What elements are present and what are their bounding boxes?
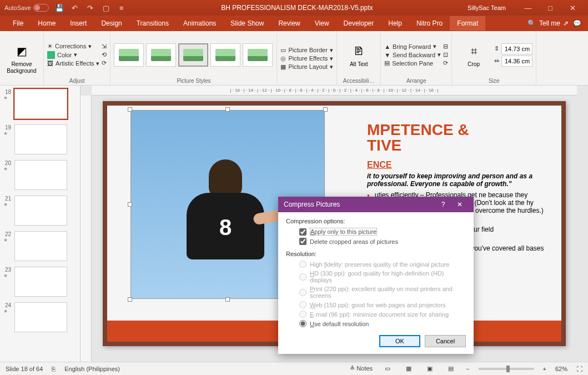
picture-styles-label: Picture Styles: [114, 77, 273, 84]
resolution-label: Resolution:: [286, 251, 466, 257]
send-backward-button[interactable]: ▼Send Backward▾: [384, 51, 441, 58]
slide-thumb-18[interactable]: [14, 89, 67, 119]
apply-only-label: Apply only to this picture: [310, 228, 377, 236]
slide-thumb-21[interactable]: [14, 196, 67, 226]
selection-pane-button[interactable]: ▤Selection Pane: [384, 59, 441, 67]
picture-style-3[interactable]: [178, 43, 208, 67]
picture-layout-button[interactable]: ▦Picture Layout▾: [280, 63, 333, 71]
corrections-button[interactable]: ☀Corrections▾: [47, 43, 99, 50]
border-icon: ▭: [280, 47, 286, 54]
tab-view[interactable]: View: [308, 16, 336, 31]
reading-view-icon[interactable]: ▣: [424, 365, 436, 372]
normal-view-icon[interactable]: ▭: [381, 365, 394, 372]
artistic-effects-button[interactable]: 🖼Artistic Effects▾: [47, 60, 99, 67]
tab-design[interactable]: Design: [94, 16, 129, 31]
ok-button[interactable]: OK: [379, 335, 420, 347]
group-button[interactable]: ⊡: [443, 51, 448, 58]
width-icon: ⇔: [494, 57, 499, 64]
comments-icon[interactable]: 💬: [571, 19, 582, 27]
tab-nitro[interactable]: Nitro Pro: [409, 16, 450, 31]
tab-review[interactable]: Review: [271, 16, 307, 31]
autosave-toggle[interactable]: AutoSave: [4, 4, 49, 12]
dialog-close-icon[interactable]: ✕: [451, 201, 468, 208]
arrange-label: Arrange: [384, 77, 448, 84]
alt-text-button[interactable]: 🖹 Alt Text: [340, 42, 377, 68]
rotate-button[interactable]: ⟳: [443, 59, 448, 67]
share-icon[interactable]: ⇗: [560, 19, 571, 27]
hd-radio: [299, 273, 306, 281]
slide-thumb-20[interactable]: [14, 160, 67, 190]
zoom-out-button[interactable]: −: [466, 366, 469, 372]
canvas[interactable]: | · 16 · | · 14 · | · 12 · | · 10 · | · …: [81, 86, 588, 362]
tab-insert[interactable]: Insert: [63, 16, 94, 31]
slide-counter[interactable]: Slide 18 of 64: [6, 366, 43, 372]
start-icon[interactable]: ▢: [101, 3, 111, 13]
language[interactable]: English (Philippines): [64, 366, 120, 372]
align-button[interactable]: ⊟: [443, 43, 448, 50]
backward-icon: ▼: [384, 52, 390, 58]
picture-effects-button[interactable]: ◎Picture Effects▾: [280, 55, 333, 62]
sorter-view-icon[interactable]: ▦: [403, 365, 415, 372]
titlebar: AutoSave 💾 ↶ ↷ ▢ ≡ BH PROFESSIONALISM DE…: [0, 0, 588, 16]
web-radio: [299, 301, 306, 308]
thumbnail-panel[interactable]: 18★ 19★ 20★ 21★ 22★ 23★ 24★: [0, 86, 81, 362]
redo-icon[interactable]: ↷: [86, 3, 96, 13]
slide-thumb-22[interactable]: [14, 231, 67, 261]
team-name[interactable]: SillySac Team: [468, 4, 506, 11]
tab-slideshow[interactable]: Slide Show: [223, 16, 271, 31]
undo-icon[interactable]: ↶: [70, 3, 80, 13]
slide-thumb-23[interactable]: [14, 267, 67, 297]
slide-thumb-24[interactable]: [14, 302, 67, 332]
compress-pictures-button[interactable]: ⇲: [102, 43, 107, 50]
picture-style-1[interactable]: [114, 43, 144, 67]
slideshow-view-icon[interactable]: ▤: [445, 365, 457, 372]
size-label: Size: [455, 77, 532, 84]
tab-home[interactable]: Home: [31, 16, 63, 31]
delete-cropped-checkbox[interactable]: [299, 238, 306, 245]
tab-animations[interactable]: Animations: [176, 16, 223, 31]
close-icon[interactable]: ✕: [561, 4, 584, 12]
crop-icon: ⌗: [465, 42, 483, 60]
list-icon[interactable]: ≡: [117, 3, 127, 13]
crop-button[interactable]: ⌗ Crop: [455, 42, 492, 68]
zoom-level[interactable]: 62%: [555, 366, 567, 372]
notes-button[interactable]: ≜ Notes: [350, 365, 373, 372]
zoom-slider[interactable]: [479, 368, 534, 370]
bring-forward-button[interactable]: ▲Bring Forward▾: [384, 43, 441, 50]
delete-cropped-label: Delete cropped areas of pictures: [310, 238, 398, 245]
tab-developer[interactable]: Developer: [336, 16, 381, 31]
group-icon: ⊡: [443, 51, 448, 58]
statusbar: Slide 18 of 64 ⎘ English (Philippines) ≜…: [0, 362, 588, 375]
change-icon: ⟲: [102, 51, 107, 58]
apply-only-checkbox[interactable]: [299, 228, 306, 236]
picture-style-2[interactable]: [146, 43, 176, 67]
cancel-button[interactable]: Cancel: [425, 335, 466, 347]
default-radio[interactable]: [299, 320, 306, 327]
remove-background-button[interactable]: ◩ Remove Background: [3, 42, 40, 74]
maximize-icon[interactable]: □: [539, 4, 561, 12]
tab-file[interactable]: File: [6, 16, 31, 31]
color-button[interactable]: Color▾: [47, 51, 99, 59]
spellcheck-icon[interactable]: ⎘: [52, 366, 56, 372]
reset-picture-button[interactable]: ⟳: [102, 59, 107, 67]
thumb-num: 20: [3, 160, 11, 166]
fit-view-icon[interactable]: ⛶: [576, 366, 582, 372]
height-input[interactable]: [501, 43, 532, 54]
minimize-icon[interactable]: —: [517, 4, 539, 12]
slide-thumb-19[interactable]: [14, 124, 67, 154]
width-input[interactable]: [501, 56, 532, 67]
tab-transitions[interactable]: Transitions: [129, 16, 176, 31]
picture-style-4[interactable]: [210, 43, 240, 67]
dialog-titlebar[interactable]: Compress Pictures ? ✕: [278, 197, 474, 212]
dialog-help-icon[interactable]: ?: [435, 201, 451, 208]
tell-me[interactable]: 🔍 Tell me: [527, 19, 560, 27]
tab-help[interactable]: Help: [381, 16, 409, 31]
zoom-in-button[interactable]: +: [543, 366, 546, 372]
save-icon[interactable]: 💾: [54, 3, 64, 13]
tab-format[interactable]: Format: [450, 16, 485, 31]
change-picture-button[interactable]: ⟲: [102, 51, 107, 58]
remove-bg-icon: ◩: [13, 42, 31, 60]
picture-border-button[interactable]: ▭Picture Border▾: [280, 47, 333, 54]
compress-icon: ⇲: [102, 43, 107, 50]
picture-style-5[interactable]: [243, 43, 273, 67]
